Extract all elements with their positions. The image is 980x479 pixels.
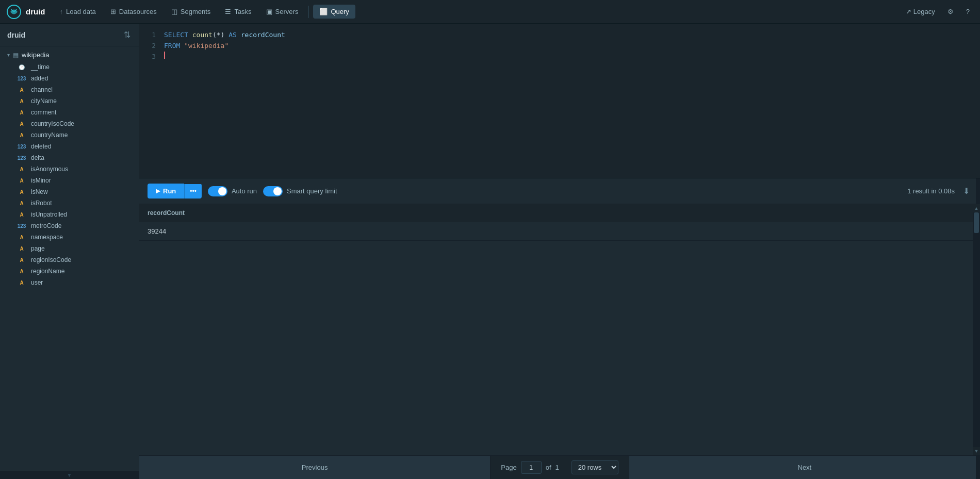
field-namespace[interactable]: A namespace: [0, 232, 139, 243]
auto-run-toggle[interactable]: [208, 186, 227, 196]
nav-tasks[interactable]: ☰ Tasks: [219, 5, 257, 19]
sidebar-bottom-scroll[interactable]: ▼: [0, 471, 139, 479]
auto-run-label: Auto run: [232, 187, 257, 195]
legacy-icon: ↗: [906, 8, 911, 15]
field-added[interactable]: 123 added: [0, 73, 139, 84]
field-regionname[interactable]: A regionName: [0, 266, 139, 277]
field-name: metroCode: [31, 222, 61, 229]
download-btn[interactable]: ⬇: [961, 184, 972, 198]
field-isunpatrolled[interactable]: A isUnpatrolled: [0, 209, 139, 220]
field-name: __time: [31, 63, 50, 71]
result-info: 1 result in 0.08s: [907, 187, 955, 195]
field-type-icon: A: [17, 167, 27, 172]
nav-tasks-label: Tasks: [234, 8, 251, 15]
field-name: added: [31, 75, 48, 82]
sidebar-sort-btn[interactable]: ⇅: [123, 29, 132, 41]
sidebar-header: druid ⇅: [0, 24, 139, 46]
code-text[interactable]: SELECT count ( * ) AS recordCount FROM "…: [160, 24, 980, 178]
results-scrollbar[interactable]: ▲ ▼: [973, 204, 980, 455]
field-type-icon: A: [17, 257, 27, 263]
field-name: isMinor: [31, 177, 51, 184]
field-comment[interactable]: A comment: [0, 107, 139, 118]
field-name: comment: [31, 109, 56, 116]
field-cityname[interactable]: A cityName: [0, 95, 139, 107]
previous-button[interactable]: Previous: [139, 456, 491, 479]
field-deleted[interactable]: 123 deleted: [0, 141, 139, 152]
field-name: isUnpatrolled: [31, 211, 67, 218]
column-header-recordcount: recordCount: [148, 209, 185, 217]
field-isanonymous[interactable]: A isAnonymous: [0, 163, 139, 175]
field-isminor[interactable]: A isMinor: [0, 175, 139, 186]
field-delta[interactable]: 123 delta: [0, 152, 139, 163]
table-row: 39244: [139, 222, 980, 241]
field-page[interactable]: A page: [0, 243, 139, 254]
nav-query[interactable]: ⬜ Query: [313, 5, 355, 19]
field-name: cityName: [31, 97, 57, 105]
nav-servers[interactable]: ▣ Servers: [260, 5, 305, 19]
code-line-2: FROM "wikipedia": [164, 41, 976, 52]
next-button[interactable]: Next: [629, 456, 980, 479]
total-pages: 1: [556, 464, 559, 471]
page-label: Page: [501, 464, 516, 471]
nav-query-label: Query: [331, 8, 349, 15]
field-countryisocode[interactable]: A countryIsoCode: [0, 118, 139, 129]
field-isrobot[interactable]: A isRobot: [0, 197, 139, 209]
code-editor-content: 1 2 3 SELECT count ( * ) AS recordCount: [139, 24, 980, 178]
scroll-indicator: ▼: [67, 472, 72, 478]
field-metrocode[interactable]: 123 metroCode: [0, 220, 139, 232]
field-type-icon: A: [17, 87, 27, 93]
star: *: [217, 30, 221, 41]
help-btn[interactable]: ?: [962, 6, 974, 18]
field-name: regionIsoCode: [31, 256, 71, 263]
nav-divider: [308, 6, 309, 18]
line-num-1: 1: [145, 30, 156, 41]
nav-segments[interactable]: ◫ Segments: [165, 5, 217, 19]
table-icon: ▦: [13, 52, 19, 59]
run-more-button[interactable]: •••: [184, 184, 202, 199]
field-isnew[interactable]: A isNew: [0, 186, 139, 197]
line-numbers: 1 2 3: [139, 24, 160, 178]
field-channel[interactable]: A channel: [0, 84, 139, 95]
field-time[interactable]: 🕐 __time: [0, 61, 139, 73]
chevron-down-icon: ▾: [7, 52, 10, 58]
results-table: recordCount 39244 ▲ ▼: [139, 204, 980, 455]
next-label: Next: [798, 464, 812, 471]
legacy-btn[interactable]: ↗ Legacy: [902, 6, 939, 18]
nav-datasources[interactable]: ⊞ Datasources: [104, 5, 163, 19]
nav-right: ↗ Legacy ⚙ ?: [902, 6, 974, 18]
field-countryname[interactable]: A countryName: [0, 129, 139, 141]
run-button[interactable]: ▶ Run: [148, 184, 184, 199]
field-name: delta: [31, 154, 44, 161]
scrollbar-thumb: [974, 212, 979, 233]
paren-close: ): [221, 30, 225, 41]
ellipsis-icon: •••: [190, 188, 197, 195]
smart-query-limit-toggle[interactable]: [263, 186, 283, 196]
field-type-icon: A: [17, 280, 27, 286]
field-regionisocode[interactable]: A regionIsoCode: [0, 254, 139, 266]
keyword-as: AS: [228, 30, 237, 41]
rows-per-page-select[interactable]: 20 rows 50 rows 100 rows: [571, 460, 618, 474]
play-icon: ▶: [156, 188, 160, 194]
nav-load-data[interactable]: ↑ Load data: [54, 5, 102, 19]
segments-icon: ◫: [171, 8, 177, 15]
code-editor[interactable]: 1 2 3 SELECT count ( * ) AS recordCount: [139, 24, 980, 178]
field-name: channel: [31, 86, 53, 93]
servers-icon: ▣: [266, 8, 272, 15]
scroll-up-btn[interactable]: ▲: [973, 204, 980, 212]
field-name: countryIsoCode: [31, 120, 74, 127]
logo: druid: [6, 4, 45, 20]
datasources-icon: ⊞: [110, 8, 116, 15]
scroll-down-btn[interactable]: ▼: [973, 447, 980, 455]
scrollbar-track[interactable]: [973, 212, 980, 447]
page-input[interactable]: [521, 461, 542, 474]
toggle-slider-2: [263, 186, 283, 196]
field-user[interactable]: A user: [0, 277, 139, 288]
tasks-icon: ☰: [225, 8, 231, 15]
datasource-name: wikipedia: [22, 51, 49, 59]
run-button-group: ▶ Run •••: [148, 184, 202, 199]
field-type-icon: A: [17, 98, 27, 104]
datasource-wikipedia[interactable]: ▾ ▦ wikipedia: [0, 48, 139, 61]
settings-btn[interactable]: ⚙: [943, 6, 958, 18]
field-type-icon: 123: [17, 144, 27, 150]
sidebar-title: druid: [7, 31, 25, 39]
